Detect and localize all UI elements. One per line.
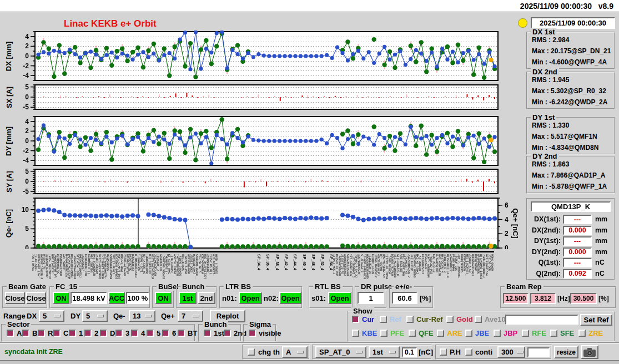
show-kbe-checkbox[interactable] xyxy=(352,330,359,337)
show-gold[interactable]: Gold xyxy=(446,315,473,323)
conti-checkbox[interactable] xyxy=(465,348,472,356)
sector-item-3[interactable]: 3 xyxy=(115,329,129,337)
rtl-bs-title: RTL BS xyxy=(313,283,343,291)
sector-item-r-checkbox[interactable] xyxy=(38,330,45,337)
dx2-min: -6.242@QWDP_2A xyxy=(549,98,607,106)
sector-item-d-checkbox[interactable] xyxy=(100,330,107,337)
show-qfe-checkbox[interactable] xyxy=(409,330,416,337)
show-pfe-checkbox[interactable] xyxy=(380,330,387,337)
sector-item-b[interactable]: B xyxy=(22,329,37,337)
sector-item-6-checkbox[interactable] xyxy=(162,330,169,337)
sector-item-d[interactable]: D xyxy=(100,329,115,337)
show-jbe-checkbox[interactable] xyxy=(465,330,472,337)
show-jbp[interactable]: JBP xyxy=(494,329,517,337)
ph-label: P.H xyxy=(450,348,461,356)
sector-item-1-checkbox[interactable] xyxy=(69,330,76,337)
show-rfe-checkbox[interactable] xyxy=(522,330,529,337)
show-kbe[interactable]: KBE xyxy=(352,329,377,337)
show-rfe[interactable]: RFE xyxy=(522,329,546,337)
show-sfe[interactable]: SFE xyxy=(550,329,574,337)
sector-item-2[interactable]: 2 xyxy=(84,329,98,337)
bpm-monitor-name[interactable]: QMD13P_K xyxy=(531,201,611,212)
bunch-dropdown[interactable]: 1st xyxy=(369,346,400,358)
show-cur[interactable]: Cur xyxy=(352,315,374,323)
dropdown-indicator xyxy=(54,315,61,317)
sigma-title: Sigma xyxy=(248,321,273,328)
ph-checkbox[interactable] xyxy=(440,348,447,356)
show-are-checkbox[interactable] xyxy=(437,330,444,337)
show-sfe-checkbox[interactable] xyxy=(550,330,557,337)
sector-item-a[interactable]: A xyxy=(7,329,22,337)
resize-button[interactable]: resize xyxy=(554,346,578,358)
dy2-rms: 1.863 xyxy=(552,160,569,168)
bunch-filter-1st[interactable]: 1st xyxy=(204,329,224,337)
sector-item-bt[interactable]: BT xyxy=(178,329,197,337)
sector-item-1[interactable]: 1 xyxy=(69,329,83,337)
fc15-on-button[interactable]: ON xyxy=(53,292,69,304)
dy1-min: -4.834@QMD8N xyxy=(549,144,598,151)
dr-pulse-value[interactable]: 1 xyxy=(358,292,384,304)
show-cur-ref[interactable]: Cur-Ref xyxy=(406,315,443,323)
screenshot-button[interactable] xyxy=(581,345,598,359)
bunch-filter-2nd-checkbox[interactable] xyxy=(224,330,231,337)
sigma-visible[interactable]: visible xyxy=(249,329,281,337)
fc15-acc-button[interactable]: ACC xyxy=(108,292,125,304)
chg-th-checkbox[interactable] xyxy=(248,348,255,356)
sector-item-r[interactable]: R xyxy=(38,329,53,337)
bunch-1st-button[interactable]: 1st xyxy=(179,292,197,304)
show-jbp-label: JBP xyxy=(504,329,517,337)
range-dx-dropdown[interactable]: 5 xyxy=(39,310,64,322)
sector-item-c[interactable]: C xyxy=(53,329,68,337)
fc15-title: FC_15 xyxy=(54,283,79,291)
ltr-n01-open-button[interactable]: Open xyxy=(239,292,262,304)
show-ave10[interactable]: Ave10 xyxy=(475,315,506,323)
ltr-n02-open-button[interactable]: Open xyxy=(279,292,301,304)
rtl-s01-open-button[interactable]: Open xyxy=(328,292,351,304)
show-qfe[interactable]: QFE xyxy=(409,329,434,337)
sector-item-4[interactable]: 4 xyxy=(131,329,145,337)
bunch-filter-1st-checkbox[interactable] xyxy=(204,330,211,337)
sector-item-6[interactable]: 6 xyxy=(162,329,176,337)
show-ref-checkbox[interactable] xyxy=(380,316,387,323)
sector-item-2-checkbox[interactable] xyxy=(84,330,92,337)
conti-label: conti xyxy=(475,348,492,356)
show-ave10-checkbox[interactable] xyxy=(475,316,482,323)
show-gold-checkbox[interactable] xyxy=(446,316,454,323)
count-dropdown[interactable]: 300 xyxy=(497,346,525,358)
sector-item-5[interactable]: 5 xyxy=(147,329,160,337)
sector-item-4-checkbox[interactable] xyxy=(131,330,138,337)
ref-name-input[interactable] xyxy=(505,315,578,325)
show-are[interactable]: ARE xyxy=(437,329,462,337)
bunch-2nd-button[interactable]: 2nd xyxy=(198,292,215,304)
busel-on-button[interactable]: ON xyxy=(155,292,172,304)
beam-gate-close1-button[interactable]: Close xyxy=(5,292,25,304)
show-zre-checkbox[interactable] xyxy=(578,330,586,337)
bunch-filter-group: Bunch 1st2nd xyxy=(198,324,241,342)
channel-dropdown[interactable]: A xyxy=(282,346,308,358)
show-ref[interactable]: Ref xyxy=(380,315,401,323)
dx-axis-label: DX [mm] xyxy=(2,31,16,82)
show-cur-ref-checkbox[interactable] xyxy=(406,316,414,323)
sector-item-3-checkbox[interactable] xyxy=(115,330,123,337)
range-qem-dropdown[interactable]: 13 xyxy=(129,310,155,322)
show-jbp-checkbox[interactable] xyxy=(494,330,501,337)
range-qep-dropdown[interactable]: 7 xyxy=(178,310,203,322)
range-label: Range xyxy=(3,312,26,320)
sigma-visible-checkbox[interactable] xyxy=(249,330,256,337)
free-input[interactable] xyxy=(527,347,550,357)
range-dy-dropdown[interactable]: 5 xyxy=(82,310,108,322)
set-ref-button[interactable]: Set Ref xyxy=(580,314,612,326)
show-zre[interactable]: ZRE xyxy=(578,329,603,337)
sector-item-c-checkbox[interactable] xyxy=(53,330,61,337)
show-pfe[interactable]: PFE xyxy=(380,329,404,337)
bpm-name-dropdown[interactable]: SP_AT_0 xyxy=(315,346,366,358)
sector-item-b-checkbox[interactable] xyxy=(22,330,29,337)
sector-item-a-checkbox[interactable] xyxy=(7,330,14,337)
dy1-rms: 1.330 xyxy=(552,122,569,129)
show-cur-checkbox[interactable] xyxy=(352,316,359,323)
show-jbe[interactable]: JBE xyxy=(465,329,489,337)
threshold-input[interactable] xyxy=(402,347,417,357)
sector-item-bt-checkbox[interactable] xyxy=(178,330,185,337)
beam-gate-close2-button[interactable]: Close xyxy=(26,292,46,304)
sector-item-5-checkbox[interactable] xyxy=(147,330,154,337)
